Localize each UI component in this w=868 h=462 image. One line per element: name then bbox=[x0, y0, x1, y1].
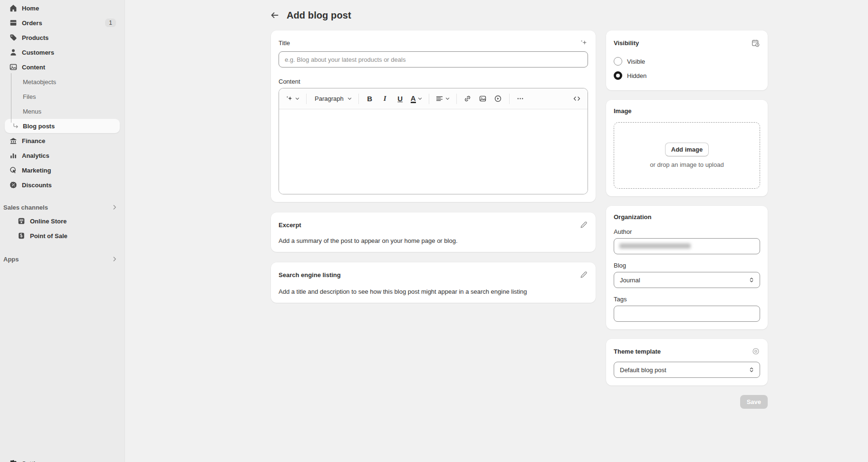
visibility-title: Visibility bbox=[614, 39, 639, 47]
sidebar-item-label: Home bbox=[22, 5, 116, 12]
sidebar-item-customers[interactable]: Customers bbox=[5, 45, 120, 59]
radio-label: Visible bbox=[627, 58, 645, 65]
seo-title: Search engine listing bbox=[279, 271, 341, 279]
title-input[interactable] bbox=[279, 51, 588, 67]
content-editor-area[interactable] bbox=[279, 109, 588, 194]
page-title: Add blog post bbox=[287, 10, 351, 21]
author-value-redacted bbox=[619, 243, 691, 249]
play-circle-icon bbox=[494, 95, 502, 103]
sidebar-item-settings[interactable]: Settings bbox=[5, 456, 120, 462]
sidebar-item-blog-posts[interactable]: Blog posts bbox=[5, 119, 120, 133]
underline-button[interactable]: U bbox=[393, 91, 407, 106]
sidebar-item-home[interactable]: Home bbox=[5, 1, 120, 15]
chevron-down-icon bbox=[347, 96, 352, 101]
home-icon bbox=[9, 4, 18, 12]
chevron-right-icon bbox=[111, 204, 118, 211]
radio-checked bbox=[614, 71, 622, 80]
author-label: Author bbox=[614, 228, 760, 235]
image-dropzone[interactable]: Add image or drop an image to upload bbox=[614, 122, 760, 189]
pencil-icon bbox=[579, 270, 588, 279]
sidebar-item-content[interactable]: Content bbox=[5, 60, 120, 74]
text-color-button[interactable]: A bbox=[408, 91, 425, 106]
bold-button[interactable]: B bbox=[363, 91, 377, 106]
link-icon bbox=[463, 95, 472, 103]
sidebar-item-discounts[interactable]: Discounts bbox=[5, 178, 120, 192]
text-color-icon: A bbox=[411, 95, 416, 103]
magic-sparkle-icon[interactable] bbox=[579, 38, 588, 48]
drop-hint-text: or drop an image to upload bbox=[650, 161, 723, 168]
alignment-button[interactable] bbox=[433, 91, 453, 106]
visibility-option-visible[interactable]: Visible bbox=[614, 54, 760, 68]
sidebar-item-products[interactable]: Products bbox=[5, 30, 120, 45]
blog-label: Blog bbox=[614, 262, 760, 269]
chevron-right-icon bbox=[111, 256, 118, 262]
visibility-card: Visibility Visible Hidden bbox=[606, 30, 768, 90]
section-label: Apps bbox=[3, 256, 19, 263]
sidebar-item-label: Blog posts bbox=[23, 123, 55, 130]
blog-select[interactable]: Journal bbox=[614, 272, 760, 288]
blog-select-value: Journal bbox=[620, 277, 640, 284]
image-card: Image Add image or drop an image to uplo… bbox=[606, 100, 768, 196]
insert-link-button[interactable] bbox=[461, 91, 475, 106]
page-header: Add blog post bbox=[268, 7, 868, 24]
theme-template-select[interactable]: Default blog post bbox=[614, 362, 760, 378]
sales-channels-header[interactable]: Sales channels bbox=[0, 201, 125, 214]
sidebar-item-label: Metaobjects bbox=[23, 78, 56, 86]
code-view-button[interactable] bbox=[569, 91, 584, 106]
ai-magic-button[interactable] bbox=[283, 91, 302, 106]
save-button[interactable]: Save bbox=[740, 395, 768, 409]
sidebar-item-files[interactable]: Files bbox=[5, 89, 120, 104]
add-image-button[interactable]: Add image bbox=[665, 143, 709, 156]
edit-seo-button[interactable] bbox=[579, 270, 588, 279]
excerpt-card: Excerpt Add a summary of the post to app… bbox=[271, 212, 596, 252]
back-button[interactable] bbox=[268, 8, 282, 22]
excerpt-description: Add a summary of the post to appear on y… bbox=[279, 237, 588, 244]
sidebar-item-label: Marketing bbox=[22, 167, 116, 174]
sidebar-item-label: Files bbox=[23, 93, 36, 100]
chevron-down-icon bbox=[445, 96, 450, 101]
search-engine-listing-card: Search engine listing Add a title and de… bbox=[271, 262, 596, 303]
sidebar-item-online-store[interactable]: Online Store bbox=[5, 214, 120, 228]
code-icon bbox=[573, 95, 581, 103]
orders-icon bbox=[9, 19, 18, 27]
sidebar: Home Orders 1 Products Customers Content… bbox=[0, 0, 125, 462]
schedule-visibility-button[interactable] bbox=[751, 38, 760, 48]
chevron-down-icon bbox=[417, 96, 423, 101]
organization-title: Organization bbox=[614, 213, 760, 221]
align-left-icon bbox=[435, 95, 444, 103]
insert-image-button[interactable] bbox=[476, 91, 490, 106]
more-options-button[interactable] bbox=[513, 91, 528, 106]
sidebar-item-orders[interactable]: Orders 1 bbox=[5, 16, 120, 30]
sidebar-item-finance[interactable]: Finance bbox=[5, 134, 120, 148]
sidebar-item-label: Finance bbox=[22, 137, 116, 144]
sidebar-item-analytics[interactable]: Analytics bbox=[5, 148, 120, 163]
magic-sparkle-icon bbox=[285, 95, 293, 103]
sidebar-item-point-of-sale[interactable]: Point of Sale bbox=[5, 229, 120, 243]
media-icon bbox=[9, 63, 18, 71]
italic-button[interactable]: I bbox=[378, 91, 392, 106]
tags-label: Tags bbox=[614, 296, 760, 303]
main-content: Add blog post Title Content bbox=[125, 0, 868, 462]
sidebar-item-label: Content bbox=[22, 64, 116, 71]
radio-unchecked bbox=[614, 57, 622, 66]
person-icon bbox=[9, 48, 18, 57]
sidebar-item-label: Point of Sale bbox=[30, 232, 116, 240]
edit-excerpt-button[interactable] bbox=[579, 220, 588, 230]
toolbar-divider bbox=[456, 94, 457, 104]
apps-header[interactable]: Apps bbox=[0, 252, 125, 266]
arrow-left-icon bbox=[270, 10, 280, 20]
sidebar-item-marketing[interactable]: Marketing bbox=[5, 163, 120, 177]
excerpt-title: Excerpt bbox=[279, 221, 301, 229]
tags-input[interactable] bbox=[614, 306, 760, 322]
section-label: Sales channels bbox=[3, 204, 48, 211]
ellipsis-icon bbox=[516, 95, 524, 103]
insert-video-button[interactable] bbox=[491, 91, 505, 106]
paragraph-style-dropdown[interactable]: Paragraph bbox=[310, 91, 355, 106]
editor-toolbar: Paragraph B I U A bbox=[279, 88, 588, 109]
bar-chart-icon bbox=[9, 151, 18, 160]
visibility-option-hidden[interactable]: Hidden bbox=[614, 68, 760, 83]
preview-theme-button[interactable] bbox=[752, 346, 760, 356]
sidebar-item-menus[interactable]: Menus bbox=[5, 104, 120, 118]
sidebar-item-label: Customers bbox=[22, 49, 116, 56]
sidebar-item-metaobjects[interactable]: Metaobjects bbox=[5, 75, 120, 89]
